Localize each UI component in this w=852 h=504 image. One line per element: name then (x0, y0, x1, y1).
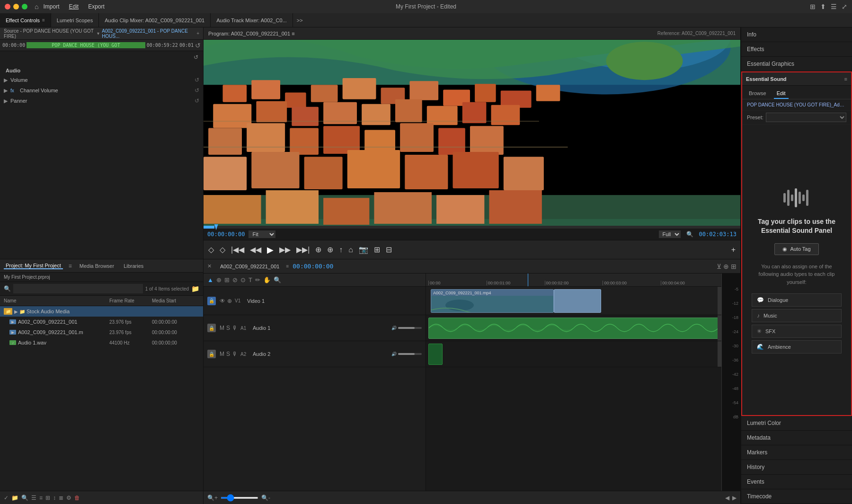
a1-solo[interactable]: S (226, 325, 230, 331)
audio1-track-end[interactable] (718, 315, 721, 341)
new-bin-btn[interactable]: 📁 (11, 495, 18, 501)
settings-icon[interactable]: ☰ (831, 3, 837, 10)
new-item-icon[interactable]: ✓ (4, 495, 9, 501)
menu-import[interactable]: Import (43, 3, 59, 10)
zoom-out-icon[interactable]: 🔍- (261, 495, 270, 501)
a2-mute[interactable]: M (220, 351, 224, 357)
go-out-btn[interactable]: ▶▶| (296, 245, 310, 254)
audio2-track-end[interactable] (718, 341, 721, 367)
zoom-slider[interactable] (221, 497, 258, 499)
tab-effect-controls-menu[interactable]: ≡ (42, 18, 45, 23)
step-fwd-btn[interactable]: ▶▶ (279, 245, 291, 254)
slip-tool[interactable]: ⊙ (240, 276, 246, 283)
tab-libraries[interactable]: Libraries (122, 263, 145, 269)
a1-mute[interactable]: M (220, 325, 224, 331)
scroll-left-icon[interactable]: ◀ (725, 495, 729, 501)
esp-type-sfx[interactable]: ✳ SFX (752, 325, 842, 338)
panel-item-essential-graphics[interactable]: Essential Graphics (741, 57, 852, 71)
esp-tab-browse[interactable]: Browse (746, 88, 769, 99)
pen-tool[interactable]: ✏ (255, 276, 260, 283)
list-view-icon[interactable]: ≡ (39, 495, 43, 501)
maximize-button[interactable] (22, 4, 27, 9)
panel-item-markers[interactable]: Markers (741, 445, 852, 460)
v1-sync[interactable]: ⊕ (227, 298, 232, 304)
menu-export[interactable]: Export (88, 3, 105, 10)
fit-dropdown[interactable]: Fit 25% 50% 75% 100% (248, 230, 275, 238)
scrub-bar[interactable] (204, 226, 740, 229)
btn-14[interactable]: ⊞ (374, 245, 380, 254)
zoom-in-icon[interactable]: 🔍+ (207, 495, 218, 501)
panel-item-info[interactable]: Info (741, 27, 852, 42)
home-icon[interactable]: ⌂ (35, 3, 38, 10)
audio-clip-green[interactable] (428, 318, 719, 339)
lift-btn[interactable]: ↑ (339, 246, 343, 254)
a1-lock-btn[interactable]: 🔒 (207, 324, 216, 332)
more-tabs-button[interactable]: >> (293, 18, 307, 23)
esp-auto-tag-button[interactable]: ◉ Auto Tag (774, 243, 818, 255)
rolling-tool[interactable]: ⊞ (224, 276, 230, 283)
quality-dropdown[interactable]: Full 1/2 1/4 (659, 230, 681, 238)
panel-item-effects[interactable]: Effects (741, 42, 852, 57)
video-clip[interactable]: A002_C009_092221_001.mp4 (431, 289, 554, 313)
extract-btn[interactable]: ⌂ (348, 246, 353, 254)
hand-tool[interactable]: ✋ (263, 276, 271, 283)
zoom-tool[interactable]: 🔍 (274, 276, 281, 283)
tab-audio-clip-mixer[interactable]: Audio Clip Mixer: A002_C009_092221_001 (99, 13, 211, 27)
search-input[interactable] (13, 284, 143, 293)
esp-type-music[interactable]: ♪ Music (752, 309, 842, 322)
esp-menu-icon[interactable]: ≡ (844, 76, 847, 82)
panel-item-timecode[interactable]: Timecode (741, 489, 852, 504)
file-item-audio[interactable]: ♪ Audio 1.wav 44100 Hz 00:00:00;00 (0, 337, 203, 348)
panel-item-history[interactable]: History (741, 460, 852, 475)
razor-tool[interactable]: ⊘ (232, 276, 238, 283)
panels-icon[interactable]: ⊞ (810, 3, 816, 10)
minimize-button[interactable] (13, 4, 19, 9)
vol-reset[interactable]: ↺ (195, 77, 199, 83)
fullscreen-icon[interactable]: ⤢ (842, 3, 847, 10)
esp-type-ambience[interactable]: 🌊 Ambience (752, 340, 842, 354)
settings2-icon[interactable]: ⚙ (66, 495, 71, 501)
tab-audio-track-mixer[interactable]: Audio Track Mixer: A002_C0... (211, 13, 293, 27)
clear-icon[interactable]: ☰ (31, 495, 36, 501)
panel-item-events[interactable]: Events (741, 475, 852, 489)
volume-property[interactable]: ▶ Volume ↺ (0, 75, 203, 85)
insert-btn[interactable]: ⊕ (315, 245, 321, 254)
reset-icon-1[interactable]: ↺ (194, 54, 198, 61)
icon-view-icon[interactable]: ⊞ (45, 495, 50, 501)
panel-item-metadata[interactable]: Metadata (741, 431, 852, 445)
ec-add-icon[interactable]: + (196, 31, 199, 36)
filter-icon[interactable]: ⊻ (717, 263, 721, 270)
new-bin-icon[interactable]: 📁 (191, 285, 199, 292)
esp-type-dialogue[interactable]: 💬 Dialogue (752, 293, 842, 307)
btn-15[interactable]: ⊟ (386, 245, 392, 254)
mark-out-btn[interactable]: ◇ (220, 245, 225, 254)
video-clip-blue[interactable] (554, 289, 601, 313)
scroll-right-icon[interactable]: ▶ (732, 495, 737, 501)
file-item-video2[interactable]: ▶ A002_C009_092221_001.m 23.976 fps 00:0… (0, 327, 203, 337)
file-item-folder[interactable]: 📁 ▶ 📁 Stock Audio Media (0, 306, 203, 317)
timeline-menu[interactable]: ≡ (286, 264, 289, 269)
a1-volume-knob[interactable] (398, 327, 422, 329)
autom-icon[interactable]: ≣ (59, 495, 63, 501)
find-icon[interactable]: 🔍 (21, 495, 28, 501)
mark-in-btn[interactable]: ◇ (208, 245, 214, 254)
play-btn[interactable]: ▶ (267, 245, 274, 255)
overwrite-btn[interactable]: ⊕ (327, 245, 333, 254)
a2-record[interactable]: 🎙 (232, 351, 238, 357)
close-button[interactable] (5, 4, 10, 9)
a1-record[interactable]: 🎙 (232, 325, 238, 331)
v1-lock-btn[interactable]: 🔒 (207, 297, 216, 305)
v1-visibility[interactable]: 👁 (220, 298, 225, 304)
file-item-video1[interactable]: ▶ A002_C009_092221_001 23.976 fps 00:00:… (0, 317, 203, 327)
esp-tab-edit[interactable]: Edit (774, 88, 789, 99)
add-marker-btn[interactable]: + (731, 246, 736, 254)
ec-reset-icon[interactable]: ↺ (195, 42, 201, 49)
channel-volume-property[interactable]: ▶ fx Channel Volume ↺ (0, 85, 203, 96)
a2-lock-btn[interactable]: 🔒 (207, 350, 216, 358)
timeline-tab-close[interactable]: ✕ (207, 263, 212, 269)
step-back-btn[interactable]: ◀◀ (250, 245, 261, 254)
share-icon[interactable]: ⬆ (820, 3, 826, 10)
audio2-clip-small[interactable] (428, 344, 443, 365)
tab-project[interactable]: Project: My First Project (4, 263, 63, 269)
menu-edit[interactable]: Edit (69, 3, 79, 10)
